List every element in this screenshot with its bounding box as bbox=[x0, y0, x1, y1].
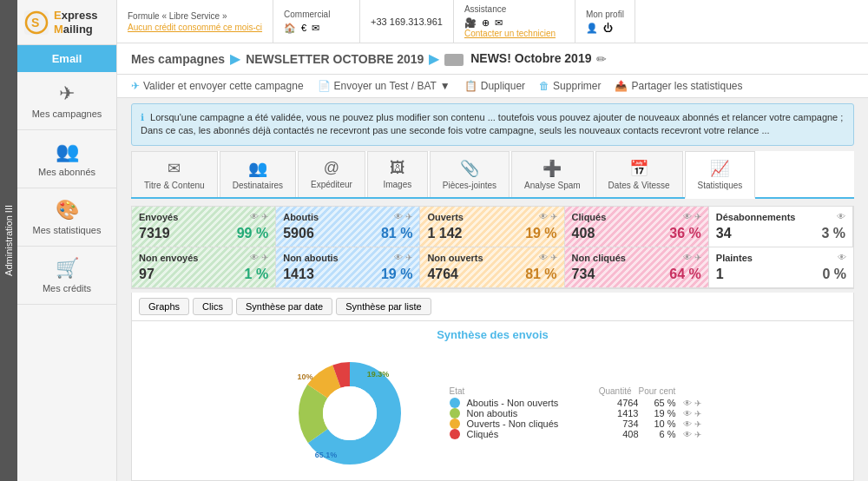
admin-sidebar: Administration III bbox=[0, 0, 17, 481]
arrow6-icon[interactable]: ✈ bbox=[405, 253, 412, 262]
eye4-icon[interactable]: 👁 bbox=[683, 212, 692, 221]
graph-tab-liste[interactable]: Synthèse par liste bbox=[336, 298, 431, 315]
logo-area: S Express Mailing bbox=[17, 0, 116, 45]
legend-item-1: Non aboutis 1413 19 % 👁 ✈ bbox=[450, 408, 701, 418]
chart-area: Synthèse des envois bbox=[132, 321, 853, 480]
users-tab-icon: 👥 bbox=[248, 159, 267, 178]
graph-tab-date[interactable]: Synthèse par date bbox=[236, 298, 332, 315]
mail2-icon[interactable]: ✉ bbox=[495, 17, 503, 29]
assistance-icons: 🎥 ⊕ ✉ bbox=[464, 17, 564, 29]
tab-statistiques[interactable]: 📈 Statistiques bbox=[685, 151, 756, 199]
eye5-icon[interactable]: 👁 bbox=[837, 212, 845, 221]
graph-tab-clics[interactable]: Clics bbox=[193, 298, 233, 315]
tab-destinataires[interactable]: 👥 Destinataires bbox=[220, 151, 296, 197]
valider-button[interactable]: ✈ Valider et envoyer cette campagne bbox=[131, 80, 304, 92]
arrow-icon[interactable]: ✈ bbox=[261, 212, 268, 221]
graph-tab-graphs[interactable]: Graphs bbox=[139, 298, 189, 315]
formule-title: Formule « Libre Service » bbox=[128, 11, 262, 21]
share-icon: 📤 bbox=[615, 80, 628, 92]
legend-eye-icon-2[interactable]: 👁 bbox=[683, 419, 692, 429]
eye6-icon[interactable]: 👁 bbox=[250, 253, 259, 262]
arrow2-icon[interactable]: ✈ bbox=[405, 212, 412, 221]
eye9-icon[interactable]: 👁 bbox=[683, 253, 692, 262]
test-button[interactable]: 📄 Envoyer un Test / BAT ▼ bbox=[318, 80, 450, 92]
legend-col-etat: Etat bbox=[450, 386, 590, 396]
sidebar-item-campagnes[interactable]: ✈ Mes campagnes bbox=[17, 72, 116, 130]
sidebar-item-abonnes[interactable]: 👥 Mes abonnés bbox=[17, 130, 116, 188]
legend-eye-icon-1[interactable]: 👁 bbox=[683, 409, 692, 418]
sidebar-item-statistiques[interactable]: 🎨 Mes statistiques bbox=[17, 188, 116, 247]
breadcrumb-campagnes[interactable]: Mes campagnes bbox=[131, 52, 225, 66]
partager-button[interactable]: 📤 Partager les statistiques bbox=[615, 80, 742, 92]
calendar-icon: 📅 bbox=[629, 159, 648, 178]
eye10-icon[interactable]: 👁 bbox=[838, 253, 846, 262]
home-icon[interactable]: 🏠 bbox=[284, 23, 296, 34]
edit-icon[interactable]: ✏ bbox=[596, 52, 607, 66]
legend-item-0: Aboutis - Non ouverts 4764 65 % 👁 ✈ bbox=[450, 398, 701, 408]
commercial-title: Commercial bbox=[284, 10, 349, 19]
tab-dates[interactable]: 📅 Dates & Vitesse bbox=[595, 151, 683, 197]
info-message: Lorsqu'une campagne a été validée, vous … bbox=[141, 112, 843, 135]
tab-images[interactable]: 🖼 Images bbox=[367, 151, 428, 197]
stat-non-cliques: Non cliqués 👁✈ 734 64 % bbox=[565, 247, 709, 288]
action-bar: ✈ Valider et envoyer cette campagne 📄 En… bbox=[117, 75, 868, 98]
app-title: Express Mailing bbox=[54, 9, 109, 36]
dupliquer-button[interactable]: 📋 Dupliquer bbox=[464, 80, 525, 92]
chart-title: Synthèse des envois bbox=[437, 328, 549, 341]
tab-expediteur[interactable]: @ Expéditeur bbox=[298, 151, 365, 197]
legend-send-icon-0[interactable]: ✈ bbox=[694, 399, 701, 408]
assistance-link[interactable]: Contacter un technicien bbox=[464, 29, 564, 38]
top-header: Formule « Libre Service » Aucun crédit c… bbox=[117, 0, 868, 43]
profile-label: Mon profil bbox=[586, 10, 624, 19]
graph-tabs: Graphs Clics Synthèse par date Synthèse … bbox=[132, 293, 853, 321]
arrow3-icon[interactable]: ✈ bbox=[550, 212, 557, 221]
eye7-icon[interactable]: 👁 bbox=[394, 253, 403, 262]
arrow5-icon[interactable]: ✈ bbox=[261, 253, 268, 262]
legend-dot-green bbox=[450, 408, 460, 418]
legend-item-3: Cliqués 408 6 % 👁 ✈ bbox=[450, 429, 701, 439]
sidebar-label-campagnes: Mes campagnes bbox=[32, 109, 102, 119]
email-tab[interactable]: Email bbox=[17, 45, 116, 72]
stat-envoyes: Envoyés 👁✈ 7319 99 % bbox=[132, 207, 276, 247]
chart-icon: 📈 bbox=[710, 159, 729, 178]
users-icon: 👥 bbox=[56, 141, 79, 163]
eye8-icon[interactable]: 👁 bbox=[539, 253, 548, 262]
legend-eye-icon-3[interactable]: 👁 bbox=[683, 430, 692, 439]
sidebar-item-credits[interactable]: 🛒 Mes crédits bbox=[17, 247, 116, 305]
sidebar-label-abonnes: Mes abonnés bbox=[38, 167, 95, 177]
stat-ouverts: Ouverts 👁✈ 1 142 19 % bbox=[420, 207, 564, 247]
eye3-icon[interactable]: 👁 bbox=[539, 212, 548, 221]
euro-icon[interactable]: € bbox=[301, 23, 306, 33]
tab-titre[interactable]: ✉ Titre & Contenu bbox=[131, 151, 218, 197]
legend-col-qty: Quantité bbox=[597, 386, 632, 396]
arrow4-icon[interactable]: ✈ bbox=[694, 212, 701, 221]
formule-section: Formule « Libre Service » Aucun crédit c… bbox=[117, 0, 273, 43]
arrow7-icon[interactable]: ✈ bbox=[550, 253, 557, 262]
user-icon[interactable]: 👤 bbox=[586, 23, 598, 34]
legend-dot-blue bbox=[450, 398, 460, 408]
legend-send-icon-3[interactable]: ✈ bbox=[694, 430, 701, 439]
commercial-icons: 🏠 € ✉ bbox=[284, 23, 349, 34]
stat-non-aboutis: Non aboutis 👁✈ 1413 19 % bbox=[276, 247, 420, 288]
breadcrumb-newsletter[interactable]: NEWSLETTER OCTOBRE 2019 bbox=[246, 52, 424, 66]
breadcrumb: Mes campagnes ▶ NEWSLETTER OCTOBRE 2019 … bbox=[117, 43, 868, 75]
legend-eye-icon-0[interactable]: 👁 bbox=[683, 399, 692, 408]
eye-icon[interactable]: 👁 bbox=[250, 212, 259, 221]
mail-icon[interactable]: ✉ bbox=[312, 23, 319, 34]
svg-text:S: S bbox=[31, 16, 39, 30]
legend-send-icon-1[interactable]: ✈ bbox=[694, 409, 701, 418]
tab-pieces[interactable]: 📎 Pièces-jointes bbox=[430, 151, 510, 197]
power-icon[interactable]: ⏻ bbox=[603, 23, 613, 33]
formule-link[interactable]: Aucun crédit consommé ce mois-ci bbox=[128, 23, 262, 32]
svg-point-6 bbox=[323, 386, 377, 440]
admin-sidebar-label: Administration III bbox=[3, 205, 14, 276]
tab-spam[interactable]: ➕ Analyse Spam bbox=[511, 151, 593, 197]
eye2-icon[interactable]: 👁 bbox=[394, 212, 403, 221]
legend-send-icon-2[interactable]: ✈ bbox=[694, 419, 701, 429]
arrow8-icon[interactable]: ✈ bbox=[694, 253, 701, 262]
video-icon[interactable]: 🎥 bbox=[464, 17, 477, 29]
plus-icon[interactable]: ⊕ bbox=[482, 17, 490, 29]
breadcrumb-sep1: ▶ bbox=[230, 50, 240, 67]
supprimer-button[interactable]: 🗑 Supprimer bbox=[539, 80, 601, 92]
sidebar-label-credits: Mes crédits bbox=[43, 283, 91, 293]
